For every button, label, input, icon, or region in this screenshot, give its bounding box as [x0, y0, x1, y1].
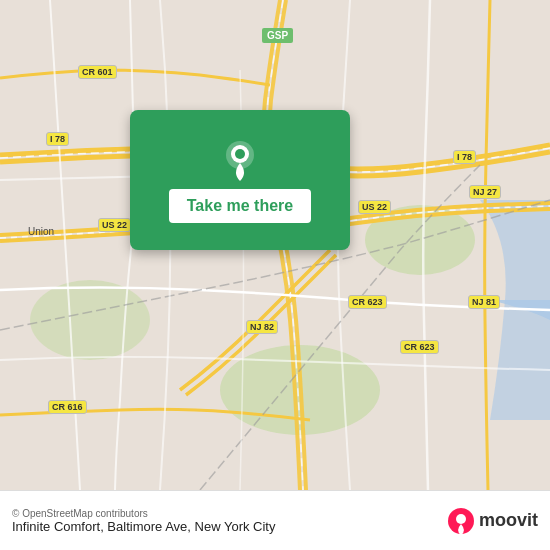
location-card: Take me there [130, 110, 350, 250]
moovit-logo: moovit [447, 507, 538, 535]
location-name: Infinite Comfort, Baltimore Ave, New Yor… [12, 519, 275, 534]
moovit-text: moovit [479, 510, 538, 531]
location-pin-icon [218, 137, 262, 181]
cr601-badge: CR 601 [78, 65, 117, 79]
union-label: Union [28, 226, 54, 237]
cr616-badge: CR 616 [48, 400, 87, 414]
gsp-badge: GSP [262, 28, 293, 43]
us22-left-badge: US 22 [98, 218, 131, 232]
nj27-badge: NJ 27 [469, 185, 501, 199]
svg-point-6 [235, 149, 245, 159]
i78-left-badge: I 78 [46, 132, 69, 146]
moovit-logo-icon [447, 507, 475, 535]
nj81-badge: NJ 81 [468, 295, 500, 309]
map-view: GSP I 78 I 78 US 22 US 22 NJ 27 NJ 82 CR… [0, 0, 550, 490]
svg-point-8 [456, 514, 466, 524]
i78-right-badge: I 78 [453, 150, 476, 164]
bottom-bar: © OpenStreetMap contributors Infinite Co… [0, 490, 550, 550]
bottom-info: © OpenStreetMap contributors Infinite Co… [12, 508, 275, 534]
cr623-1-badge: CR 623 [348, 295, 387, 309]
cr623-2-badge: CR 623 [400, 340, 439, 354]
nj82-badge: NJ 82 [246, 320, 278, 334]
take-me-there-button[interactable]: Take me there [169, 189, 311, 223]
copyright-text: © OpenStreetMap contributors [12, 508, 275, 519]
us22-right-badge: US 22 [358, 200, 391, 214]
